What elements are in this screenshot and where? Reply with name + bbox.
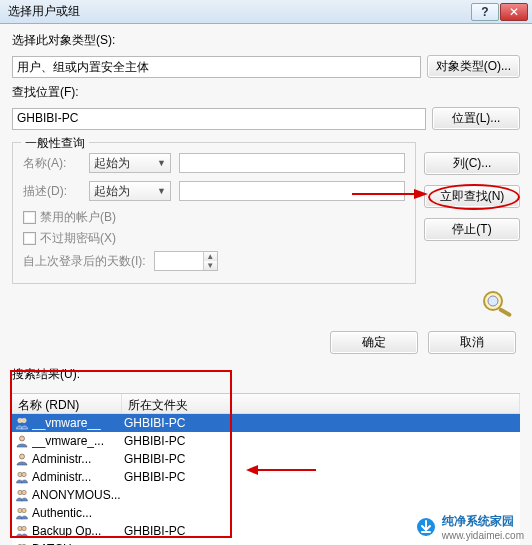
disabled-accounts-label: 禁用的帐户(B) xyxy=(40,209,116,226)
group-icon xyxy=(14,505,30,521)
spin-up-icon[interactable]: ▲ xyxy=(204,252,217,261)
row-name: __vmware_... xyxy=(32,434,124,448)
desc-mode-select[interactable]: 起始为 ▼ xyxy=(89,181,171,201)
find-now-button[interactable]: 立即查找(N) xyxy=(424,185,520,208)
desc-label: 描述(D): xyxy=(23,183,81,200)
user-icon xyxy=(14,433,30,449)
columns-button[interactable]: 列(C)... xyxy=(424,152,520,175)
common-queries-group: 一般性查询 名称(A): 起始为 ▼ 描述(D): 起始为 ▼ xyxy=(12,142,416,284)
help-button[interactable]: ? xyxy=(471,3,499,21)
name-label: 名称(A): xyxy=(23,155,81,172)
svg-point-7 xyxy=(18,472,22,476)
svg-point-5 xyxy=(20,436,25,441)
row-name: Authentic... xyxy=(32,506,124,520)
watermark-url: www.yidaimei.com xyxy=(442,530,524,541)
spinner-buttons: ▲ ▼ xyxy=(203,252,217,270)
svg-point-4 xyxy=(22,418,26,422)
cancel-button[interactable]: 取消 xyxy=(428,331,516,354)
object-type-row: 用户、组或内置安全主体 对象类型(O)... xyxy=(12,55,520,78)
group-icon xyxy=(14,487,30,503)
name-mode-value: 起始为 xyxy=(94,155,130,172)
svg-point-13 xyxy=(18,526,22,530)
group-icon xyxy=(14,469,30,485)
noexpire-check-row: 不过期密码(X) xyxy=(23,230,405,247)
window-title: 选择用户或组 xyxy=(4,3,471,20)
row-name: Backup Op... xyxy=(32,524,124,538)
desc-row: 描述(D): 起始为 ▼ xyxy=(23,181,405,201)
row-name: ANONYMOUS... xyxy=(32,488,124,502)
svg-point-9 xyxy=(18,490,22,494)
search-icon[interactable] xyxy=(476,289,520,317)
location-label: 查找位置(F): xyxy=(12,84,520,101)
name-mode-select[interactable]: 起始为 ▼ xyxy=(89,153,171,173)
days-label: 自上次登录后的天数(I): xyxy=(23,253,146,270)
list-item[interactable]: ANONYMOUS... xyxy=(12,486,520,504)
svg-point-8 xyxy=(22,472,26,476)
titlebar: 选择用户或组 ? ✕ xyxy=(0,0,532,24)
ok-button[interactable]: 确定 xyxy=(330,331,418,354)
row-name: __vmware__ xyxy=(32,416,124,430)
group-icon xyxy=(14,541,30,545)
column-name-header[interactable]: 名称 (RDN) xyxy=(12,394,122,413)
svg-point-14 xyxy=(22,526,26,530)
name-input[interactable] xyxy=(179,153,405,173)
svg-point-10 xyxy=(22,490,26,494)
name-row: 名称(A): 起始为 ▼ xyxy=(23,153,405,173)
svg-point-6 xyxy=(20,454,25,459)
query-right: 列(C)... 立即查找(N) 停止(T) xyxy=(424,136,520,317)
group-legend: 一般性查询 xyxy=(21,135,89,152)
watermark-text: 纯净系统家园 www.yidaimei.com xyxy=(442,513,524,541)
chevron-down-icon: ▼ xyxy=(157,158,166,168)
row-name: Administr... xyxy=(32,452,124,466)
dialog-body: 选择此对象类型(S): 用户、组或内置安全主体 对象类型(O)... 查找位置(… xyxy=(0,24,532,545)
svg-point-11 xyxy=(18,508,22,512)
svg-rect-24 xyxy=(421,531,431,533)
svg-rect-2 xyxy=(498,307,512,317)
row-name: Administr... xyxy=(32,470,124,484)
query-split: 一般性查询 名称(A): 起始为 ▼ 描述(D): 起始为 ▼ xyxy=(12,136,520,317)
chevron-down-icon: ▼ xyxy=(157,186,166,196)
noexpire-checkbox[interactable] xyxy=(23,232,36,245)
dialog-buttons: 确定 取消 xyxy=(12,331,520,354)
svg-point-3 xyxy=(18,418,22,422)
svg-point-12 xyxy=(22,508,26,512)
list-item[interactable]: __vmware__GHBIBI-PC xyxy=(12,414,520,432)
user-icon xyxy=(14,451,30,467)
column-folder-header[interactable]: 所在文件夹 xyxy=(122,394,520,413)
list-item[interactable]: Administr...GHBIBI-PC xyxy=(12,450,520,468)
disabled-accounts-checkbox[interactable] xyxy=(23,211,36,224)
desc-mode-value: 起始为 xyxy=(94,183,130,200)
location-row: GHBIBI-PC 位置(L)... xyxy=(12,107,520,130)
svg-point-1 xyxy=(488,296,498,306)
row-folder: GHBIBI-PC xyxy=(124,434,520,448)
watermark-brand: 纯净系统家园 xyxy=(442,514,514,528)
object-types-button[interactable]: 对象类型(O)... xyxy=(427,55,520,78)
noexpire-label: 不过期密码(X) xyxy=(40,230,116,247)
window-controls: ? ✕ xyxy=(471,3,528,21)
disabled-accounts-check-row: 禁用的帐户(B) xyxy=(23,209,405,226)
object-type-label: 选择此对象类型(S): xyxy=(12,32,520,49)
watermark-logo-icon xyxy=(416,517,436,537)
days-value xyxy=(155,252,203,270)
row-folder: GHBIBI-PC xyxy=(124,416,520,430)
list-item[interactable]: __vmware_...GHBIBI-PC xyxy=(12,432,520,450)
locations-button[interactable]: 位置(L)... xyxy=(432,107,520,130)
spin-down-icon[interactable]: ▼ xyxy=(204,261,217,270)
days-spinner[interactable]: ▲ ▼ xyxy=(154,251,218,271)
results-header: 名称 (RDN) 所在文件夹 xyxy=(12,394,520,414)
location-value: GHBIBI-PC xyxy=(12,108,426,130)
days-row: 自上次登录后的天数(I): ▲ ▼ xyxy=(23,251,405,271)
query-left: 一般性查询 名称(A): 起始为 ▼ 描述(D): 起始为 ▼ xyxy=(12,136,416,317)
group-icon xyxy=(14,415,30,431)
help-icon: ? xyxy=(481,5,488,19)
close-icon: ✕ xyxy=(509,5,519,19)
row-folder: GHBIBI-PC xyxy=(124,470,520,484)
list-item[interactable]: Administr...GHBIBI-PC xyxy=(12,468,520,486)
row-folder: GHBIBI-PC xyxy=(124,452,520,466)
close-button[interactable]: ✕ xyxy=(500,3,528,21)
results-label: 搜索结果(U): xyxy=(12,366,520,383)
stop-button[interactable]: 停止(T) xyxy=(424,218,520,241)
group-icon xyxy=(14,523,30,539)
desc-input[interactable] xyxy=(179,181,405,201)
object-type-value: 用户、组或内置安全主体 xyxy=(12,56,421,78)
